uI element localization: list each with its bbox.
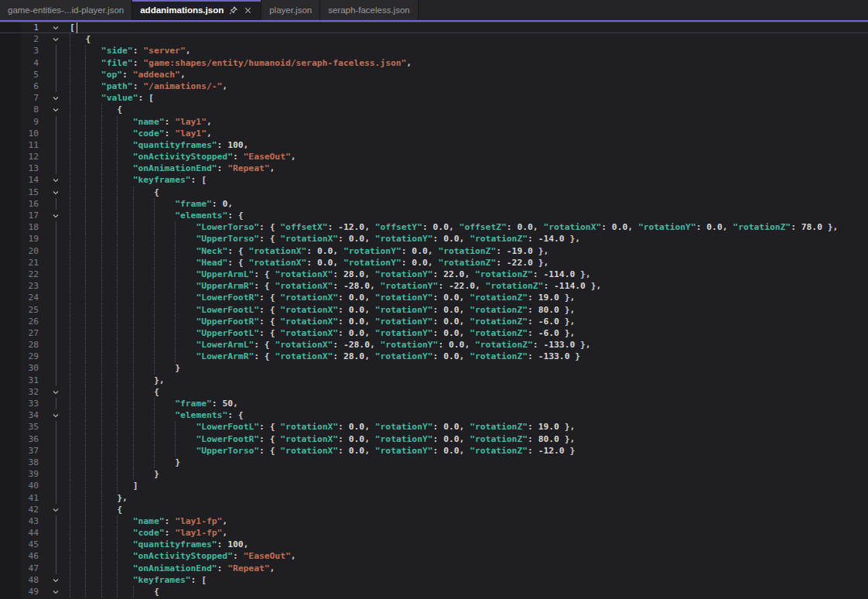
close-icon[interactable] <box>243 5 253 15</box>
code-line-35[interactable]: 35"LowerFootL": { "rotationX": 0.0, "rot… <box>0 421 868 433</box>
code-content[interactable]: "side": "server", <box>70 45 868 56</box>
code-line-8[interactable]: 8{ <box>0 104 868 115</box>
code-line-31[interactable]: 31}, <box>0 375 868 386</box>
fold-gutter[interactable] <box>39 174 70 186</box>
code-line-21[interactable]: 21"Head": { "rotationX": 0.0, "rotationY… <box>0 257 868 269</box>
code-content[interactable]: "Neck": { "rotationX": 0.0, "rotationY":… <box>70 245 868 257</box>
code-line-3[interactable]: 3"side": "server", <box>0 45 868 56</box>
code-line-24[interactable]: 24"LowerFootR": { "rotationX": 0.0, "rot… <box>0 292 868 303</box>
code-content[interactable]: { <box>70 386 868 398</box>
code-line-23[interactable]: 23"UpperArmR": { "rotationX": -28.0, "ro… <box>0 280 868 292</box>
code-content[interactable]: ] <box>70 480 868 491</box>
code-line-25[interactable]: 25"LowerFootL": { "rotationX": 0.0, "rot… <box>0 304 868 316</box>
code-line-7[interactable]: 7"value": [ <box>0 92 868 104</box>
fold-gutter[interactable] <box>39 187 70 198</box>
fold-gutter[interactable] <box>39 92 70 104</box>
code-content[interactable]: "elements": { <box>70 210 868 221</box>
code-content[interactable]: "LowerTorso": { "offsetX": -12.0, "offse… <box>70 221 868 233</box>
code-content[interactable]: "onActivityStopped": "EaseOut", <box>70 550 868 562</box>
code-line-4[interactable]: 4"file": "game:shapes/entity/humanoid/se… <box>0 57 868 69</box>
editor-tab-player-json[interactable]: player.json <box>261 0 320 20</box>
code-line-16[interactable]: 16"frame": 0, <box>0 198 868 210</box>
code-content[interactable]: }, <box>70 492 868 504</box>
code-line-45[interactable]: 45"quantityframes": 100, <box>0 539 868 550</box>
code-content[interactable]: "Head": { "rotationX": 0.0, "rotationY":… <box>70 257 868 269</box>
code-line-39[interactable]: 39} <box>0 468 868 480</box>
code-content[interactable]: "onActivityStopped": "EaseOut", <box>70 151 868 163</box>
code-line-26[interactable]: 26"UpperFootR": { "rotationX": 0.0, "rot… <box>0 316 868 327</box>
fold-gutter[interactable] <box>39 574 70 586</box>
code-line-22[interactable]: 22"UpperArmL": { "rotationX": 28.0, "rot… <box>0 269 868 280</box>
code-content[interactable]: } <box>70 362 868 374</box>
code-content[interactable]: { <box>70 187 868 198</box>
code-line-29[interactable]: 29"LowerArmR": { "rotationX": 28.0, "rot… <box>0 351 868 362</box>
fold-gutter[interactable] <box>39 586 70 597</box>
code-line-37[interactable]: 37"UpperTorso": { "rotationX": 0.0, "rot… <box>0 445 868 457</box>
code-editor[interactable]: 1[2{3"side": "server",4"file": "game:sha… <box>0 22 868 599</box>
code-line-43[interactable]: 43"name": "lay1-fp", <box>0 515 868 527</box>
code-line-15[interactable]: 15{ <box>0 187 868 198</box>
fold-gutter[interactable] <box>39 409 70 421</box>
code-content[interactable]: [ <box>70 22 868 33</box>
code-content[interactable]: "UpperArmL": { "rotationX": 28.0, "rotat… <box>70 269 868 280</box>
code-content[interactable]: "UpperTorso": { "rotationX": 0.0, "rotat… <box>70 445 868 457</box>
code-line-14[interactable]: 14"keyframes": [ <box>0 174 868 186</box>
code-content[interactable]: { <box>70 104 868 115</box>
code-content[interactable]: "onAnimationEnd": "Repeat", <box>70 563 868 574</box>
code-line-19[interactable]: 19"UpperTorso": { "rotationX": 0.0, "rot… <box>0 233 868 245</box>
code-line-34[interactable]: 34"elements": { <box>0 409 868 421</box>
code-line-2[interactable]: 2{ <box>0 33 868 45</box>
code-line-41[interactable]: 41}, <box>0 492 868 504</box>
code-content[interactable]: "LowerFootL": { "rotationX": 0.0, "rotat… <box>70 421 868 433</box>
code-line-5[interactable]: 5"op": "addeach", <box>0 69 868 80</box>
code-content[interactable]: } <box>70 468 868 480</box>
code-content[interactable]: "code": "lay1", <box>70 128 868 139</box>
code-content[interactable]: "LowerFootL": { "rotationX": 0.0, "rotat… <box>70 304 868 316</box>
fold-gutter[interactable] <box>39 504 70 515</box>
code-content[interactable]: "file": "game:shapes/entity/humanoid/ser… <box>70 57 868 69</box>
code-line-20[interactable]: 20"Neck": { "rotationX": 0.0, "rotationY… <box>0 245 868 257</box>
code-content[interactable]: "UpperFootL": { "rotationX": 0.0, "rotat… <box>70 327 868 339</box>
code-content[interactable]: "name": "lay1-fp", <box>70 515 868 527</box>
code-content[interactable]: { <box>70 586 868 597</box>
fold-gutter[interactable] <box>39 386 70 398</box>
code-line-11[interactable]: 11"quantityframes": 100, <box>0 139 868 151</box>
code-content[interactable]: "keyframes": [ <box>70 574 868 586</box>
code-content[interactable]: "UpperArmR": { "rotationX": -28.0, "rota… <box>70 280 868 292</box>
code-content[interactable]: "frame": 50, <box>70 398 868 409</box>
code-content[interactable]: "name": "lay1", <box>70 116 868 128</box>
fold-gutter[interactable] <box>39 104 70 115</box>
code-line-28[interactable]: 28"LowerArmL": { "rotationX": -28.0, "ro… <box>0 339 868 351</box>
code-line-49[interactable]: 49{ <box>0 586 868 597</box>
code-content[interactable]: { <box>70 33 868 45</box>
code-content[interactable]: "value": [ <box>70 92 868 104</box>
code-content[interactable]: "LowerFootR": { "rotationX": 0.0, "rotat… <box>70 292 868 303</box>
code-content[interactable]: "frame": 0, <box>70 198 868 210</box>
code-line-17[interactable]: 17"elements": { <box>0 210 868 221</box>
code-line-47[interactable]: 47"onAnimationEnd": "Repeat", <box>0 563 868 574</box>
code-line-13[interactable]: 13"onAnimationEnd": "Repeat", <box>0 163 868 174</box>
code-line-18[interactable]: 18"LowerTorso": { "offsetX": -12.0, "off… <box>0 221 868 233</box>
code-content[interactable]: }, <box>70 375 868 386</box>
code-line-48[interactable]: 48"keyframes": [ <box>0 574 868 586</box>
fold-gutter[interactable] <box>39 210 70 221</box>
code-content[interactable]: "path": "/animations/-", <box>70 80 868 92</box>
code-line-1[interactable]: 1[ <box>0 22 868 33</box>
code-line-32[interactable]: 32{ <box>0 386 868 398</box>
code-line-27[interactable]: 27"UpperFootL": { "rotationX": 0.0, "rot… <box>0 327 868 339</box>
code-content[interactable]: "quantityframes": 100, <box>70 539 868 550</box>
code-content[interactable]: "LowerFootR": { "rotationX": 0.0, "rotat… <box>70 433 868 445</box>
code-content[interactable]: "quantityframes": 100, <box>70 139 868 151</box>
editor-tab-addanimations-json[interactable]: addanimations.json <box>132 0 261 20</box>
pin-icon[interactable] <box>228 5 238 15</box>
code-content[interactable]: "LowerArmL": { "rotationX": -28.0, "rota… <box>70 339 868 351</box>
code-content[interactable]: } <box>70 457 868 468</box>
code-line-12[interactable]: 12"onActivityStopped": "EaseOut", <box>0 151 868 163</box>
code-line-46[interactable]: 46"onActivityStopped": "EaseOut", <box>0 550 868 562</box>
fold-gutter[interactable] <box>39 33 70 45</box>
editor-tab-game-entities-id-player-json[interactable]: game-entities-...id-player.json <box>0 0 132 20</box>
code-content[interactable]: "UpperFootR": { "rotationX": 0.0, "rotat… <box>70 316 868 327</box>
code-line-10[interactable]: 10"code": "lay1", <box>0 128 868 139</box>
editor-tab-seraph-faceless-json[interactable]: seraph-faceless.json <box>320 0 418 20</box>
fold-gutter[interactable] <box>39 22 70 33</box>
